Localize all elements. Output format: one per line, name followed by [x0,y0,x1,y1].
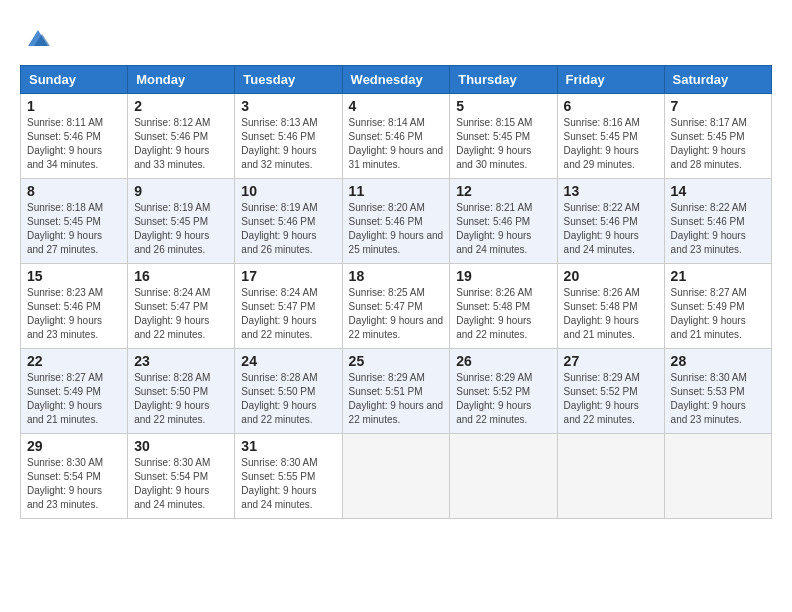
calendar-cell: 26Sunrise: 8:29 AMSunset: 5:52 PMDayligh… [450,349,557,434]
calendar-cell: 1Sunrise: 8:11 AMSunset: 5:46 PMDaylight… [21,94,128,179]
calendar-cell: 16Sunrise: 8:24 AMSunset: 5:47 PMDayligh… [128,264,235,349]
calendar-header-saturday: Saturday [664,66,771,94]
day-info: Sunrise: 8:23 AMSunset: 5:46 PMDaylight:… [27,287,103,340]
day-number: 7 [671,98,765,114]
day-info: Sunrise: 8:19 AMSunset: 5:45 PMDaylight:… [134,202,210,255]
day-info: Sunrise: 8:28 AMSunset: 5:50 PMDaylight:… [134,372,210,425]
calendar-cell: 31Sunrise: 8:30 AMSunset: 5:55 PMDayligh… [235,434,342,519]
calendar-table: SundayMondayTuesdayWednesdayThursdayFrid… [20,65,772,519]
day-number: 3 [241,98,335,114]
day-number: 22 [27,353,121,369]
day-number: 12 [456,183,550,199]
calendar-cell: 13Sunrise: 8:22 AMSunset: 5:46 PMDayligh… [557,179,664,264]
calendar-cell: 15Sunrise: 8:23 AMSunset: 5:46 PMDayligh… [21,264,128,349]
day-info: Sunrise: 8:29 AMSunset: 5:51 PMDaylight:… [349,372,444,425]
logo-icon [24,24,52,52]
day-number: 26 [456,353,550,369]
calendar-cell: 17Sunrise: 8:24 AMSunset: 5:47 PMDayligh… [235,264,342,349]
calendar-cell: 8Sunrise: 8:18 AMSunset: 5:45 PMDaylight… [21,179,128,264]
day-number: 13 [564,183,658,199]
calendar-cell: 18Sunrise: 8:25 AMSunset: 5:47 PMDayligh… [342,264,450,349]
day-info: Sunrise: 8:28 AMSunset: 5:50 PMDaylight:… [241,372,317,425]
calendar-cell: 11Sunrise: 8:20 AMSunset: 5:46 PMDayligh… [342,179,450,264]
calendar-cell: 4Sunrise: 8:14 AMSunset: 5:46 PMDaylight… [342,94,450,179]
calendar-header-wednesday: Wednesday [342,66,450,94]
day-number: 20 [564,268,658,284]
day-info: Sunrise: 8:27 AMSunset: 5:49 PMDaylight:… [27,372,103,425]
day-number: 9 [134,183,228,199]
calendar-header-thursday: Thursday [450,66,557,94]
calendar-cell: 24Sunrise: 8:28 AMSunset: 5:50 PMDayligh… [235,349,342,434]
day-number: 8 [27,183,121,199]
calendar-week-5: 29Sunrise: 8:30 AMSunset: 5:54 PMDayligh… [21,434,772,519]
day-number: 30 [134,438,228,454]
day-info: Sunrise: 8:13 AMSunset: 5:46 PMDaylight:… [241,117,317,170]
calendar-cell: 29Sunrise: 8:30 AMSunset: 5:54 PMDayligh… [21,434,128,519]
calendar-cell: 3Sunrise: 8:13 AMSunset: 5:46 PMDaylight… [235,94,342,179]
page-header [20,20,772,57]
calendar-cell: 10Sunrise: 8:19 AMSunset: 5:46 PMDayligh… [235,179,342,264]
calendar-cell: 9Sunrise: 8:19 AMSunset: 5:45 PMDaylight… [128,179,235,264]
calendar-cell: 22Sunrise: 8:27 AMSunset: 5:49 PMDayligh… [21,349,128,434]
day-number: 28 [671,353,765,369]
day-info: Sunrise: 8:22 AMSunset: 5:46 PMDaylight:… [671,202,747,255]
calendar-cell [342,434,450,519]
day-number: 14 [671,183,765,199]
calendar-cell: 25Sunrise: 8:29 AMSunset: 5:51 PMDayligh… [342,349,450,434]
calendar-cell: 28Sunrise: 8:30 AMSunset: 5:53 PMDayligh… [664,349,771,434]
day-number: 1 [27,98,121,114]
calendar-cell: 23Sunrise: 8:28 AMSunset: 5:50 PMDayligh… [128,349,235,434]
day-number: 31 [241,438,335,454]
day-number: 27 [564,353,658,369]
day-info: Sunrise: 8:30 AMSunset: 5:54 PMDaylight:… [27,457,103,510]
day-number: 16 [134,268,228,284]
day-number: 23 [134,353,228,369]
day-info: Sunrise: 8:20 AMSunset: 5:46 PMDaylight:… [349,202,444,255]
day-number: 25 [349,353,444,369]
calendar-cell: 19Sunrise: 8:26 AMSunset: 5:48 PMDayligh… [450,264,557,349]
day-info: Sunrise: 8:30 AMSunset: 5:55 PMDaylight:… [241,457,317,510]
calendar-cell: 30Sunrise: 8:30 AMSunset: 5:54 PMDayligh… [128,434,235,519]
calendar-week-1: 1Sunrise: 8:11 AMSunset: 5:46 PMDaylight… [21,94,772,179]
day-info: Sunrise: 8:21 AMSunset: 5:46 PMDaylight:… [456,202,532,255]
day-number: 5 [456,98,550,114]
calendar-header-friday: Friday [557,66,664,94]
day-info: Sunrise: 8:30 AMSunset: 5:53 PMDaylight:… [671,372,747,425]
day-info: Sunrise: 8:15 AMSunset: 5:45 PMDaylight:… [456,117,532,170]
day-number: 19 [456,268,550,284]
day-number: 15 [27,268,121,284]
calendar-cell: 21Sunrise: 8:27 AMSunset: 5:49 PMDayligh… [664,264,771,349]
calendar-week-2: 8Sunrise: 8:18 AMSunset: 5:45 PMDaylight… [21,179,772,264]
day-info: Sunrise: 8:26 AMSunset: 5:48 PMDaylight:… [564,287,640,340]
day-info: Sunrise: 8:12 AMSunset: 5:46 PMDaylight:… [134,117,210,170]
calendar-header-sunday: Sunday [21,66,128,94]
day-info: Sunrise: 8:29 AMSunset: 5:52 PMDaylight:… [456,372,532,425]
day-info: Sunrise: 8:26 AMSunset: 5:48 PMDaylight:… [456,287,532,340]
day-info: Sunrise: 8:16 AMSunset: 5:45 PMDaylight:… [564,117,640,170]
day-info: Sunrise: 8:14 AMSunset: 5:46 PMDaylight:… [349,117,444,170]
calendar-cell: 20Sunrise: 8:26 AMSunset: 5:48 PMDayligh… [557,264,664,349]
day-info: Sunrise: 8:18 AMSunset: 5:45 PMDaylight:… [27,202,103,255]
calendar-cell: 7Sunrise: 8:17 AMSunset: 5:45 PMDaylight… [664,94,771,179]
calendar-cell [664,434,771,519]
day-number: 24 [241,353,335,369]
calendar-header-tuesday: Tuesday [235,66,342,94]
day-info: Sunrise: 8:17 AMSunset: 5:45 PMDaylight:… [671,117,747,170]
day-info: Sunrise: 8:29 AMSunset: 5:52 PMDaylight:… [564,372,640,425]
day-number: 18 [349,268,444,284]
calendar-header-row: SundayMondayTuesdayWednesdayThursdayFrid… [21,66,772,94]
day-info: Sunrise: 8:22 AMSunset: 5:46 PMDaylight:… [564,202,640,255]
day-number: 11 [349,183,444,199]
calendar-cell: 5Sunrise: 8:15 AMSunset: 5:45 PMDaylight… [450,94,557,179]
calendar-cell: 6Sunrise: 8:16 AMSunset: 5:45 PMDaylight… [557,94,664,179]
calendar-cell: 12Sunrise: 8:21 AMSunset: 5:46 PMDayligh… [450,179,557,264]
day-info: Sunrise: 8:27 AMSunset: 5:49 PMDaylight:… [671,287,747,340]
day-info: Sunrise: 8:24 AMSunset: 5:47 PMDaylight:… [241,287,317,340]
calendar-header-monday: Monday [128,66,235,94]
day-number: 6 [564,98,658,114]
day-info: Sunrise: 8:19 AMSunset: 5:46 PMDaylight:… [241,202,317,255]
calendar-week-3: 15Sunrise: 8:23 AMSunset: 5:46 PMDayligh… [21,264,772,349]
day-number: 10 [241,183,335,199]
calendar-cell [557,434,664,519]
day-number: 29 [27,438,121,454]
